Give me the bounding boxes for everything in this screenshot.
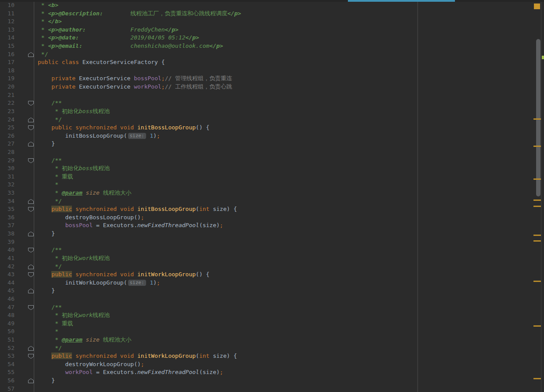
line-number[interactable]: 56: [0, 377, 14, 385]
code-line[interactable]: 28: [0, 148, 544, 157]
line-number[interactable]: 32: [0, 181, 14, 189]
line-number[interactable]: 29: [0, 157, 14, 165]
line-number[interactable]: 27: [0, 140, 14, 148]
line-number[interactable]: 33: [0, 189, 14, 197]
line-number[interactable]: 46: [0, 295, 14, 303]
fold-end-icon[interactable]: [28, 199, 34, 204]
code-line[interactable]: 27 }: [0, 140, 544, 148]
code-line[interactable]: 22 /**: [0, 99, 544, 107]
code-line[interactable]: 52 */: [0, 344, 544, 353]
fold-end-icon[interactable]: [28, 118, 34, 122]
code-line[interactable]: 37 bossPool = Executors.newFixedThreadPo…: [0, 221, 544, 230]
code-line[interactable]: 32 *: [0, 181, 544, 189]
code-line[interactable]: 31 * 重载: [0, 173, 544, 181]
code-line[interactable]: 41 * 初始化work线程池: [0, 254, 544, 263]
line-number[interactable]: 23: [0, 107, 14, 116]
line-number[interactable]: 50: [0, 328, 14, 336]
line-number[interactable]: 24: [0, 116, 14, 124]
fold-end-icon[interactable]: [28, 232, 34, 236]
line-number[interactable]: 25: [0, 124, 14, 132]
fold-end-icon[interactable]: [28, 289, 34, 293]
line-number[interactable]: 42: [0, 263, 14, 271]
line-number[interactable]: 38: [0, 230, 14, 238]
code-line[interactable]: 47 /**: [0, 303, 544, 312]
code-line[interactable]: 10 * <b>: [0, 1, 544, 10]
code-line[interactable]: 49 * 重载: [0, 320, 544, 328]
line-number[interactable]: 26: [0, 132, 14, 140]
line-number[interactable]: 21: [0, 91, 14, 100]
line-number[interactable]: 45: [0, 287, 14, 295]
line-number[interactable]: 37: [0, 221, 14, 230]
fold-collapse-icon[interactable]: [28, 305, 34, 310]
fold-end-icon[interactable]: [28, 264, 34, 269]
code-line[interactable]: 51 * @param size 线程池大小: [0, 336, 544, 344]
code-line[interactable]: 21: [0, 91, 544, 100]
line-number[interactable]: 49: [0, 320, 14, 328]
line-number[interactable]: 53: [0, 352, 14, 360]
code-line[interactable]: 43 public synchronized void initWorkLoop…: [0, 271, 544, 279]
code-line[interactable]: 25 public synchronized void initBossLoop…: [0, 124, 544, 132]
code-line[interactable]: 53 public synchronized void initWorkLoop…: [0, 352, 544, 360]
code-line[interactable]: 55 workPool = Executors.newFixedThreadPo…: [0, 368, 544, 377]
code-line[interactable]: 42 */: [0, 263, 544, 271]
code-line[interactable]: 11 * <p>@Description: 线程池工厂，负责重连和心跳线程调度<…: [0, 10, 544, 18]
warning-stripe-tick[interactable]: [533, 178, 541, 180]
line-number[interactable]: 48: [0, 311, 14, 320]
code-line[interactable]: 15 * <p>@email: chenshichao@outlook.com<…: [0, 42, 544, 50]
line-number[interactable]: 40: [0, 246, 14, 254]
fold-collapse-icon[interactable]: [28, 248, 34, 253]
code-editor[interactable]: 10 * <b>11 * <p>@Description: 线程池工厂，负责重连…: [0, 1, 544, 392]
line-number[interactable]: 41: [0, 254, 14, 263]
line-number[interactable]: 54: [0, 360, 14, 369]
code-line[interactable]: 13 * <p>@author: FreddyChen</p>: [0, 26, 544, 34]
line-number[interactable]: 31: [0, 173, 14, 181]
code-line[interactable]: 40 /**: [0, 246, 544, 254]
code-line[interactable]: 17public class ExecutorServiceFactory {: [0, 58, 544, 67]
line-number[interactable]: 13: [0, 26, 14, 34]
code-line[interactable]: 19 private ExecutorService bossPool;// 管…: [0, 75, 544, 83]
warning-stripe-tick[interactable]: [533, 206, 541, 207]
warning-stripe-tick[interactable]: [533, 118, 541, 120]
fold-collapse-icon[interactable]: [28, 354, 34, 359]
code-line[interactable]: 26 initBossLoopGroup(size: 1);: [0, 132, 544, 140]
line-number[interactable]: 16: [0, 50, 14, 59]
line-number[interactable]: 34: [0, 197, 14, 206]
code-line[interactable]: 18: [0, 67, 544, 75]
line-number[interactable]: 51: [0, 336, 14, 344]
code-line[interactable]: 44 initWorkLoopGroup(size: 1);: [0, 279, 544, 287]
code-line[interactable]: 56 }: [0, 377, 544, 385]
line-number[interactable]: 30: [0, 164, 14, 173]
fold-end-icon[interactable]: [28, 346, 34, 351]
line-number[interactable]: 55: [0, 368, 14, 377]
scrollbar-thumb[interactable]: [536, 39, 540, 196]
line-number[interactable]: 44: [0, 279, 14, 287]
code-line[interactable]: 34 */: [0, 197, 544, 206]
line-number[interactable]: 10: [0, 1, 14, 10]
line-number[interactable]: 19: [0, 75, 14, 83]
code-line[interactable]: 12 * </b>: [0, 18, 544, 26]
line-number[interactable]: 39: [0, 238, 14, 246]
warning-stripe-tick[interactable]: [533, 378, 541, 379]
fold-collapse-icon[interactable]: [28, 125, 34, 130]
line-number[interactable]: 52: [0, 344, 14, 353]
line-number[interactable]: 17: [0, 58, 14, 67]
line-number[interactable]: 15: [0, 42, 14, 50]
fold-collapse-icon[interactable]: [28, 207, 34, 212]
code-line[interactable]: 36 destroyBossLoopGroup();: [0, 214, 544, 222]
warning-stripe-tick[interactable]: [533, 200, 541, 201]
line-number[interactable]: 35: [0, 205, 14, 214]
warning-stripe-tick[interactable]: [533, 235, 541, 236]
line-number[interactable]: 18: [0, 67, 14, 75]
line-number[interactable]: 43: [0, 271, 14, 279]
code-line[interactable]: 33 * @param size 线程池大小: [0, 189, 544, 197]
fold-end-icon[interactable]: [28, 142, 34, 146]
warning-stripe-tick[interactable]: [533, 146, 541, 147]
fold-collapse-icon[interactable]: [28, 272, 34, 277]
line-number[interactable]: 20: [0, 83, 14, 91]
code-line[interactable]: 24 */: [0, 116, 544, 124]
line-number[interactable]: 11: [0, 10, 14, 18]
code-line[interactable]: 46: [0, 295, 544, 303]
code-line[interactable]: 30 * 初始化boss线程池: [0, 164, 544, 173]
code-line[interactable]: 23 * 初始化boss线程池: [0, 107, 544, 116]
fold-collapse-icon[interactable]: [28, 101, 34, 106]
